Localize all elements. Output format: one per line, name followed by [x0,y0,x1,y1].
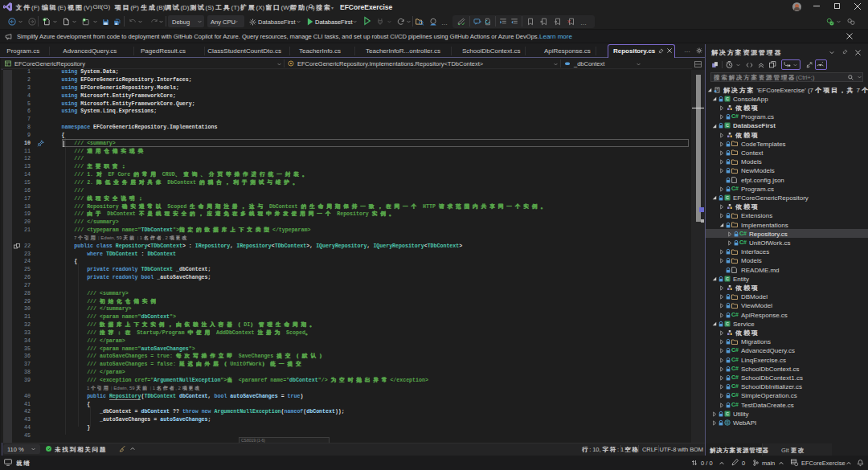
svg-text:C: C [726,123,729,128]
svg-text:C: C [726,276,729,281]
svg-text:C: C [726,195,729,200]
svg-text:C: C [726,321,729,326]
svg-text:C: C [726,411,729,416]
svg-text:C: C [726,96,729,101]
